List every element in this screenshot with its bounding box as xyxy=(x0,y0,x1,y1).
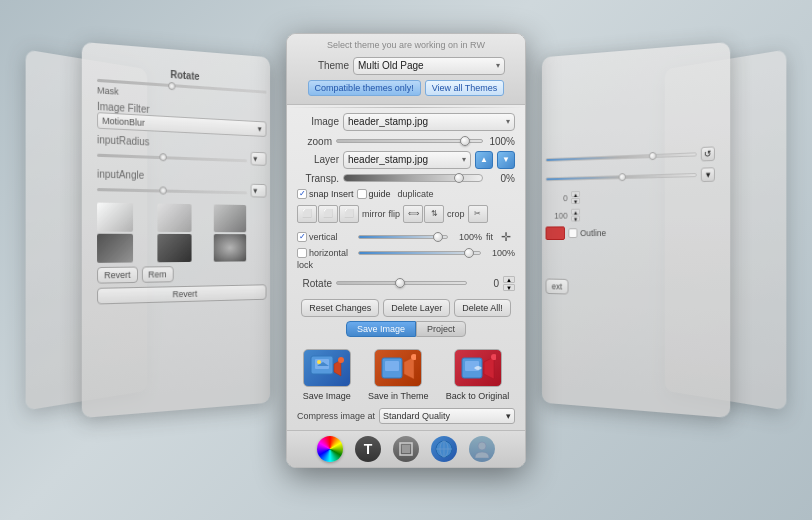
svg-rect-5 xyxy=(385,361,399,371)
image-label: Image xyxy=(297,116,339,127)
img-thumb-5[interactable] xyxy=(157,234,191,262)
duplicate-label: duplicate xyxy=(398,189,434,199)
globe-icon[interactable] xyxy=(431,436,457,462)
svg-point-16 xyxy=(478,442,486,450)
rotate-slider[interactable] xyxy=(336,281,467,285)
header-hint: Select theme you are working on in RW xyxy=(297,40,515,50)
img-thumb-1[interactable] xyxy=(97,203,133,232)
panel-footer: T xyxy=(287,430,525,467)
save-theme-icon[interactable] xyxy=(374,349,422,387)
theme-buttons: Compatible themes only! View all Themes xyxy=(297,78,515,100)
layer-row: Layer header_stamp.jpg ▾ ▲ ▼ xyxy=(287,149,525,171)
image-select[interactable]: header_stamp.jpg ▾ xyxy=(343,113,515,131)
img-thumb-6[interactable] xyxy=(214,234,246,262)
save-theme-option[interactable]: Save in Theme xyxy=(368,349,428,401)
right-slider-1[interactable] xyxy=(546,152,697,162)
image-row: Image header_stamp.jpg ▾ xyxy=(287,110,525,134)
color-swatch[interactable] xyxy=(546,226,565,240)
layer-up-icon[interactable]: ▲ xyxy=(475,151,493,169)
align-tr[interactable]: ⬜ xyxy=(339,205,359,223)
flip-v[interactable]: ⇅ xyxy=(424,205,444,223)
transp-slider[interactable] xyxy=(343,174,483,182)
input-radius-slider[interactable] xyxy=(97,153,247,162)
left-revert-btn[interactable]: Revert xyxy=(97,267,137,284)
input-angle-label: inputAngle xyxy=(97,168,144,181)
tab-save-image[interactable]: Save Image xyxy=(346,321,416,337)
left-revert-bottom-btn[interactable]: Revert xyxy=(97,284,266,304)
left-remove-btn[interactable]: Rem xyxy=(141,266,173,283)
rotate-label: Rotate xyxy=(297,278,332,289)
guide-checkbox[interactable] xyxy=(357,189,367,199)
transp-row: Transp. 0% xyxy=(287,171,525,186)
shape-icon[interactable] xyxy=(393,436,419,462)
fit-label: fit xyxy=(486,232,493,242)
lock-checkbox-2[interactable] xyxy=(297,248,307,258)
guide-label: guide xyxy=(369,189,391,199)
img-thumb-4[interactable] xyxy=(97,234,133,263)
lock-checkbox[interactable]: ✓ xyxy=(297,232,307,242)
crop-btn[interactable]: ✂ xyxy=(468,205,488,223)
layer-select[interactable]: header_stamp.jpg ▾ xyxy=(343,151,471,169)
zoom-row: zoom 100% xyxy=(287,134,525,149)
crop-label: crop xyxy=(447,209,465,219)
compress-select[interactable]: Standard Quality ▾ xyxy=(379,408,515,424)
flip-h[interactable]: ⟺ xyxy=(403,205,423,223)
horizontal-value: 100% xyxy=(485,248,515,258)
horizontal-slider[interactable] xyxy=(358,251,481,255)
align-tools-row: ⬜ ⬜ ⬜ mirror flip ⟺ ⇅ crop ✂ xyxy=(287,202,525,226)
rotate-stepper[interactable]: ▲ ▼ xyxy=(503,276,515,291)
guide-check[interactable]: guide xyxy=(357,189,391,199)
flip-label: flip xyxy=(389,209,401,219)
input-radius-btn[interactable]: ▾ xyxy=(251,152,267,166)
color-wheel-icon[interactable] xyxy=(317,436,343,462)
input-angle-btn[interactable]: ▾ xyxy=(251,184,267,198)
theme-select[interactable]: Multi Old Page ▾ xyxy=(353,57,505,75)
person-icon[interactable] xyxy=(469,436,495,462)
delete-all-btn[interactable]: Delete All! xyxy=(454,299,511,317)
layer-label: Layer xyxy=(297,154,339,165)
image-preview-grid xyxy=(97,203,266,263)
right-stepper-100[interactable]: ▲ ▼ xyxy=(571,209,580,222)
layer-down-icon[interactable]: ▼ xyxy=(497,151,515,169)
move-icon[interactable]: ✛ xyxy=(497,228,515,246)
outline-checkbox[interactable] xyxy=(568,228,577,238)
view-all-themes-btn[interactable]: View all Themes xyxy=(425,80,505,96)
vertical-slider[interactable] xyxy=(358,235,448,239)
rotate-value: 0 xyxy=(471,278,499,289)
lock-label: lock xyxy=(297,260,342,270)
image-arrow: ▾ xyxy=(506,117,510,126)
mirror-label: mirror xyxy=(362,209,386,219)
save-image-icon[interactable] xyxy=(303,349,351,387)
left-panel-content: Rotate Mask Image Filter MotionBlur ▾ in… xyxy=(87,52,275,428)
right-stepper-0[interactable]: ▲ ▼ xyxy=(571,191,580,204)
right-select-btn[interactable]: ▾ xyxy=(701,167,715,182)
vertical-label: vertical xyxy=(309,232,354,242)
zoom-value: 100% xyxy=(487,136,515,147)
right-slider-2[interactable] xyxy=(546,173,697,181)
theme-row: Theme Multi Old Page ▾ xyxy=(297,54,515,78)
text-icon[interactable]: T xyxy=(355,436,381,462)
back-original-icon[interactable] xyxy=(454,349,502,387)
outline-check[interactable]: Outline xyxy=(568,228,606,238)
compatible-themes-btn[interactable]: Compatible themes only! xyxy=(308,80,421,96)
save-image-option[interactable]: Save Image xyxy=(303,349,351,401)
zoom-slider[interactable] xyxy=(336,139,483,143)
tab-project[interactable]: Project xyxy=(416,321,466,337)
delete-layer-btn[interactable]: Delete Layer xyxy=(383,299,450,317)
align-tc[interactable]: ⬜ xyxy=(318,205,338,223)
right-next-btn[interactable]: ext xyxy=(546,279,569,295)
back-original-option[interactable]: Back to Original xyxy=(446,349,510,401)
snap-checkbox[interactable]: ✓ xyxy=(297,189,307,199)
image-value: header_stamp.jpg xyxy=(348,116,428,127)
main-panel: Select theme you are working on in RW Th… xyxy=(286,33,526,468)
snap-check[interactable]: ✓ snap Insert xyxy=(297,189,354,199)
outline-label: Outline xyxy=(580,228,606,238)
right-refresh-btn[interactable]: ↺ xyxy=(701,146,715,161)
save-theme-label: Save in Theme xyxy=(368,391,428,401)
reset-changes-btn[interactable]: Reset Changes xyxy=(301,299,379,317)
align-tl[interactable]: ⬜ xyxy=(297,205,317,223)
img-thumb-3[interactable] xyxy=(214,204,246,232)
snap-label: snap Insert xyxy=(309,189,354,199)
input-angle-slider[interactable] xyxy=(97,187,247,193)
img-thumb-2[interactable] xyxy=(157,204,191,232)
